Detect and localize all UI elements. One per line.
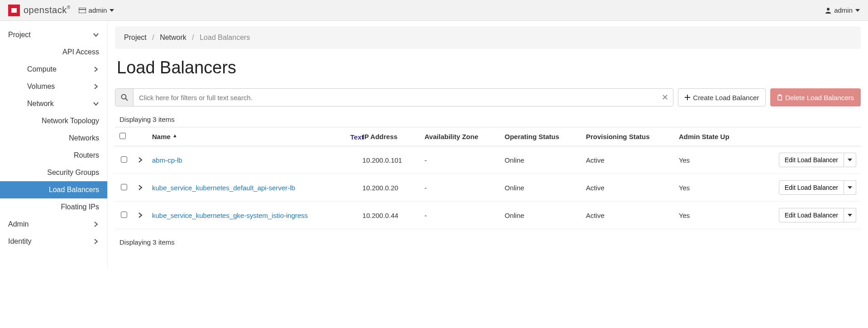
edit-load-balancer-button[interactable]: Edit Load Balancer [779, 180, 844, 195]
user-icon [825, 7, 831, 14]
lb-az: - [420, 146, 500, 174]
row-actions-dropdown[interactable] [844, 180, 856, 195]
breadcrumb-project[interactable]: Project [124, 34, 147, 41]
nav-group-volumes[interactable]: Volumes [0, 78, 107, 95]
lb-prov-status: Active [582, 174, 674, 202]
lb-admin-state: Yes [674, 174, 750, 202]
brand[interactable]: openstack® [8, 5, 71, 16]
breadcrumb: Project / Network / Load Balancers [115, 26, 861, 49]
lb-az: - [420, 202, 500, 229]
search-button[interactable] [115, 89, 134, 106]
caret-down-icon [110, 9, 114, 12]
table-row: kube_service_kubernetes_gke-system_istio… [115, 202, 861, 229]
topbar: openstack® admin admin [0, 0, 868, 21]
col-admin-state[interactable]: Admin State Up [674, 127, 750, 146]
sort-asc-icon: ▲ [172, 133, 177, 138]
svg-rect-5 [79, 8, 86, 13]
search-box: ✕ [115, 88, 673, 106]
lb-op-status: Online [500, 174, 582, 202]
create-load-balancer-button[interactable]: Create Load Balancer [678, 88, 766, 106]
lb-name-link[interactable]: kube_service_kubernetes_default_api-serv… [152, 184, 295, 192]
item-count-top: Displaying 3 items [119, 116, 861, 123]
chevron-right-icon [93, 83, 99, 90]
nav-load-balancers[interactable]: Load Balancers [0, 181, 107, 198]
row-actions-dropdown[interactable] [844, 153, 856, 167]
domain-icon [79, 8, 86, 13]
select-all-checkbox[interactable] [119, 133, 126, 139]
breadcrumb-network[interactable]: Network [160, 34, 186, 41]
lb-ip: 10.200.0.44 [358, 202, 420, 229]
nav-routers[interactable]: Routers [0, 147, 107, 164]
search-icon [121, 94, 128, 101]
search-input[interactable] [134, 89, 657, 106]
nav-group-admin[interactable]: Admin [0, 216, 107, 233]
nav-networks[interactable]: Networks [0, 130, 107, 147]
lb-op-status: Online [500, 146, 582, 174]
row-checkbox[interactable] [121, 156, 127, 163]
brand-text: openstack® [24, 5, 71, 15]
row-checkbox[interactable] [121, 184, 127, 190]
nav-group-project[interactable]: Project [0, 26, 107, 43]
nav-group-network[interactable]: Network [0, 95, 107, 112]
page-title: Load Balancers [117, 58, 861, 77]
toolbar: ✕ Create Load Balancer Delete Load Balan… [115, 88, 861, 106]
table-header-row: Name ▲ IP Address Availability Zone Oper… [115, 127, 861, 146]
caret-down-icon [855, 9, 860, 12]
project-label: admin [89, 6, 107, 14]
svg-rect-2 [8, 5, 11, 16]
chevron-right-icon [93, 66, 99, 72]
col-op-status[interactable]: Operating Status [500, 127, 582, 146]
chevron-down-icon [93, 32, 99, 38]
delete-load-balancers-button[interactable]: Delete Load Balancers [770, 88, 861, 106]
breadcrumb-sep: / [148, 34, 157, 41]
trash-icon [777, 94, 782, 101]
edit-load-balancer-button[interactable]: Edit Load Balancer [779, 153, 844, 167]
breadcrumb-current: Load Balancers [200, 34, 250, 41]
svg-rect-3 [17, 5, 20, 16]
lb-admin-state: Yes [674, 202, 750, 229]
table-row: abm-cp-lb 10.200.0.101 - Online Active Y… [115, 146, 861, 174]
item-count-bottom: Displaying 3 items [119, 238, 861, 246]
col-prov-status[interactable]: Provisioning Status [582, 127, 674, 146]
nav-security-groups[interactable]: Security Groups [0, 164, 107, 181]
lb-op-status: Online [500, 202, 582, 229]
col-az[interactable]: Availability Zone [420, 127, 500, 146]
expand-row-icon[interactable] [138, 212, 143, 218]
user-menu[interactable]: admin [825, 6, 860, 14]
nav-api-access[interactable]: API Access [0, 43, 107, 61]
table-row: kube_service_kubernetes_default_api-serv… [115, 174, 861, 202]
nav-floating-ips[interactable]: Floating IPs [0, 198, 107, 216]
nav-group-compute[interactable]: Compute [0, 61, 107, 78]
lb-ip: 10.200.0.20 [358, 174, 420, 202]
nav-network-topology[interactable]: Network Topology [0, 112, 107, 130]
svg-line-9 [125, 99, 128, 101]
lb-name-link[interactable]: abm-cp-lb [152, 156, 182, 164]
expand-row-icon[interactable] [138, 185, 143, 190]
row-checkbox[interactable] [121, 212, 127, 218]
close-icon: ✕ [662, 92, 668, 102]
row-actions-dropdown[interactable] [844, 208, 856, 222]
project-selector[interactable]: admin [79, 6, 114, 14]
col-name[interactable]: Name ▲ [148, 127, 358, 146]
lb-prov-status: Active [582, 202, 674, 229]
lb-ip: 10.200.0.101 [358, 146, 420, 174]
annotation-label: Text [350, 133, 364, 141]
col-ip[interactable]: IP Address [358, 127, 420, 146]
topbar-left: openstack® admin [8, 5, 114, 16]
nav-group-identity[interactable]: Identity [0, 233, 107, 250]
sidebar: Project API Access Compute Volumes Netwo… [0, 21, 108, 268]
chevron-down-icon [93, 101, 99, 107]
svg-rect-4 [12, 9, 16, 12]
search-clear[interactable]: ✕ [657, 89, 673, 106]
lb-name-link[interactable]: kube_service_kubernetes_gke-system_istio… [152, 212, 308, 219]
svg-point-8 [121, 95, 126, 99]
lb-admin-state: Yes [674, 146, 750, 174]
load-balancer-table: Name ▲ IP Address Availability Zone Oper… [115, 127, 861, 229]
main: Project / Network / Load Balancers Load … [108, 21, 868, 268]
expand-row-icon[interactable] [138, 157, 143, 163]
edit-load-balancer-button[interactable]: Edit Load Balancer [779, 208, 844, 222]
chevron-right-icon [93, 221, 99, 227]
openstack-logo-icon [8, 5, 20, 16]
chevron-right-icon [93, 238, 99, 245]
svg-point-7 [827, 8, 830, 10]
